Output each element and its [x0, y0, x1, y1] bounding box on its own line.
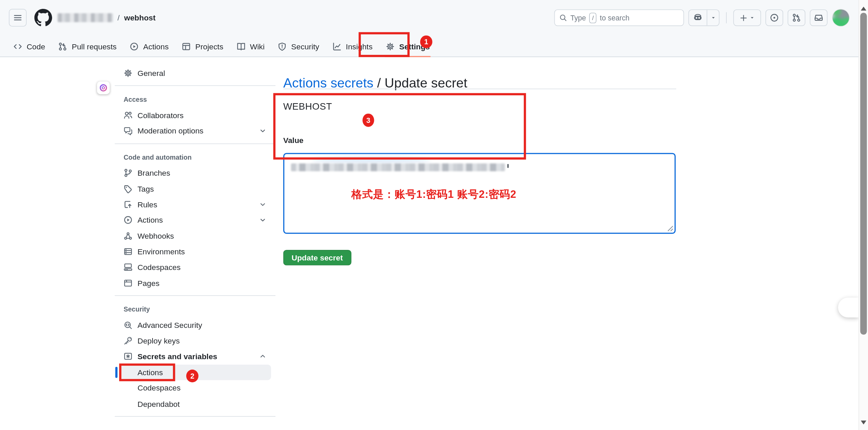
tab-label: Security — [291, 42, 319, 51]
page-scrollbar[interactable] — [858, 0, 868, 430]
update-secret-button[interactable]: Update secret — [283, 250, 351, 266]
issues-button[interactable] — [766, 10, 783, 26]
sidebar-item-label: Collaborators — [138, 111, 184, 120]
blurred-secret-value — [291, 163, 505, 171]
header-divider — [726, 12, 727, 23]
copilot-icon — [693, 13, 702, 22]
sidebar-item-secrets-and-variables[interactable]: Secrets and variables — [115, 349, 275, 364]
breadcrumb: / webhost — [58, 13, 156, 22]
git-branch-icon — [124, 169, 132, 177]
resize-handle-icon[interactable] — [667, 225, 674, 232]
blurred-avatar-image — [832, 9, 850, 27]
chevron-up-icon[interactable] — [259, 353, 267, 361]
blurred-owner-name[interactable] — [58, 13, 113, 22]
pull-requests-button[interactable] — [788, 10, 805, 26]
sidebar-item-rules[interactable]: Rules — [115, 196, 275, 212]
copilot-button[interactable] — [689, 10, 720, 26]
sidebar-item-environments[interactable]: Environments — [115, 244, 275, 259]
sidebar-item-moderation-options[interactable]: Moderation options — [115, 123, 275, 139]
actions-secrets-link[interactable]: Actions secrets — [283, 75, 374, 90]
tab-label: Insights — [346, 42, 373, 51]
git-pull-request-icon — [792, 13, 801, 22]
repo-tabs: CodePull requestsActionsProjectsWikiSecu… — [4, 35, 439, 57]
sidebar-item-general[interactable]: General — [115, 65, 275, 81]
value-label: Value — [283, 136, 304, 145]
tab-label: Wiki — [250, 42, 265, 51]
title-current: Update secret — [384, 75, 467, 90]
gear-icon — [386, 42, 395, 51]
people-icon — [124, 111, 132, 120]
breadcrumb-separator: / — [117, 13, 120, 22]
sidebar-subitem-codespaces[interactable]: Codespaces — [119, 380, 271, 396]
sidebar-item-label: General — [138, 69, 165, 78]
user-avatar[interactable] — [832, 9, 850, 27]
sidebar-item-advanced-security[interactable]: Advanced Security — [115, 317, 275, 333]
sidebar-subitem-dependabot[interactable]: Dependabot — [119, 396, 271, 412]
tab-projects[interactable]: Projects — [177, 35, 227, 57]
sidebar-item-deploy-keys[interactable]: Deploy keys — [115, 333, 275, 349]
rules-icon — [124, 200, 132, 209]
sidebar-item-label: Pages — [138, 278, 160, 287]
tab-wiki[interactable]: Wiki — [232, 35, 269, 57]
webhook-icon — [124, 232, 132, 240]
step-badge-1: 1 — [420, 35, 432, 48]
sidebar-item-collaborators[interactable]: Collaborators — [115, 107, 275, 123]
sidebar-item-webhooks[interactable]: Webhooks — [115, 228, 275, 244]
tag-icon — [124, 184, 132, 193]
sidebar-item-label: Rules — [138, 200, 157, 209]
sidebar-item-label: Advanced Security — [138, 321, 202, 330]
inbox-button[interactable] — [810, 10, 827, 26]
chevron-down-icon[interactable] — [259, 216, 267, 224]
sidebar-item-label: Webhooks — [138, 232, 174, 240]
scroll-down-arrow[interactable] — [861, 420, 866, 427]
sidebar-item-actions[interactable]: Actions — [115, 212, 275, 228]
sidebar-section-title: Code and automation — [115, 149, 275, 165]
browser-icon — [124, 278, 132, 287]
sidebar-divider — [115, 143, 275, 144]
chatgpt-extension-badge[interactable] — [97, 81, 110, 94]
tab-label: Actions — [143, 42, 169, 51]
tab-security[interactable]: Security — [273, 35, 323, 57]
sidebar-item-label: Secrets and variables — [138, 352, 217, 361]
search-icon — [559, 14, 567, 22]
sidebar-subitem-label: Actions — [138, 368, 163, 377]
secrets-icon — [124, 352, 132, 361]
codescan-icon — [124, 321, 132, 330]
github-settings-page: / webhost Type / to search — [0, 0, 868, 430]
codespaces-icon — [124, 263, 132, 272]
sidebar-item-branches[interactable]: Branches — [115, 165, 275, 181]
book-icon — [237, 42, 246, 51]
github-logo-icon[interactable] — [34, 9, 52, 27]
chevron-down-icon[interactable] — [259, 201, 267, 208]
tab-actions[interactable]: Actions — [126, 35, 173, 57]
format-annotation-text: 格式是：账号1:密码1 账号2:密码2 — [351, 187, 517, 202]
triangle-down-icon — [749, 15, 755, 20]
search-placeholder-suffix: to search — [600, 14, 630, 22]
title-separator: / — [377, 75, 381, 90]
sidebar-divider — [115, 85, 275, 86]
sidebar-section-title: Security — [115, 301, 275, 317]
sidebar-divider — [115, 296, 275, 296]
gear-icon — [124, 69, 132, 78]
sidebar-section-title: Access — [115, 92, 275, 107]
sidebar-item-label: Environments — [138, 247, 185, 256]
repo-name-link[interactable]: webhost — [124, 13, 155, 22]
scrollbar-thumb[interactable] — [860, 13, 867, 335]
sidebar-item-pages[interactable]: Pages — [115, 275, 275, 291]
chatgpt-icon — [99, 83, 108, 93]
hamburger-menu-button[interactable] — [9, 9, 27, 27]
global-search-input[interactable]: Type / to search — [554, 10, 684, 26]
tab-insights[interactable]: Insights — [328, 35, 377, 57]
scroll-up-arrow[interactable] — [861, 4, 866, 11]
tab-pull-requests[interactable]: Pull requests — [54, 35, 121, 57]
create-new-button[interactable] — [733, 10, 761, 26]
chevron-down-icon[interactable] — [259, 127, 267, 135]
sidebar-item-codespaces[interactable]: Codespaces — [115, 259, 275, 275]
slash-key-hint: / — [589, 13, 597, 23]
sidebar-item-label: Moderation options — [138, 127, 204, 136]
step-badge-3: 3 — [363, 114, 374, 127]
tab-code[interactable]: Code — [9, 35, 50, 57]
play-icon — [130, 42, 139, 51]
sidebar-item-tags[interactable]: Tags — [115, 181, 275, 196]
key-icon — [124, 336, 132, 345]
